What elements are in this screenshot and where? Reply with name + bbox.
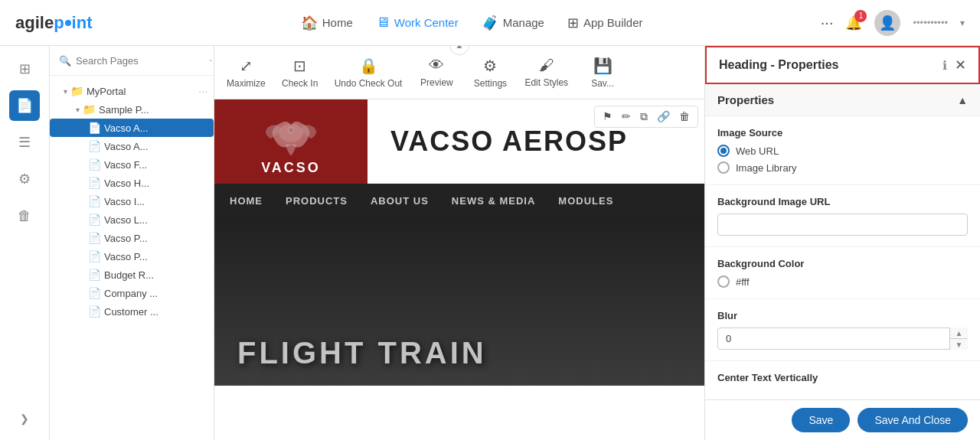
site-nav-home[interactable]: HOME — [230, 195, 263, 207]
site-hero-text: FLIGHT TRAIN — [237, 336, 487, 370]
nav-home[interactable]: 🏠 Home — [301, 15, 353, 31]
close-icon[interactable]: ✕ — [955, 57, 966, 73]
tree-node-myportal[interactable]: ▾ 📁 MyPortal ··· — [50, 82, 214, 100]
sidebar-item-pages[interactable]: 📄 — [9, 90, 40, 121]
heading-edit-icon[interactable]: ✏ — [619, 109, 634, 125]
tree-node-customer[interactable]: 📄 Customer ... — [50, 302, 214, 321]
right-panel-header: Heading - Properties ℹ ✕ — [705, 46, 980, 84]
bg-image-url-input[interactable] — [717, 213, 968, 236]
site-nav-aboutus[interactable]: ABOUT US — [371, 195, 429, 207]
bottom-bar: Save Save And Close — [705, 399, 980, 440]
main-layout: ⊞ 📄 ☰ ⚙ 🗑 ❯ 🔍 ··· ▾ 📁 MyPortal ··· ▾ 📁 S… — [0, 46, 980, 440]
tree-node-samplep[interactable]: ▾ 📁 Sample P... — [50, 100, 214, 119]
radio-imagelibrary-label: Image Library — [736, 162, 796, 174]
tree-node-vascoh[interactable]: 📄 Vacso H... — [50, 174, 214, 192]
site-nav-products[interactable]: PRODUCTS — [286, 195, 348, 207]
heading-link-icon[interactable]: ⚑ — [599, 109, 616, 125]
color-value: #fff — [736, 276, 750, 288]
tree-node-vacsoa1[interactable]: 📄 Vacso A... — [50, 119, 214, 137]
radio-imagelibrary[interactable]: Image Library — [717, 161, 968, 174]
properties-section: Properties ▲ Image Source Web URL Image … — [705, 84, 980, 399]
lock-icon: 🔒 — [359, 57, 378, 75]
sidebar-item-dashboard[interactable]: ⊞ — [9, 54, 40, 84]
edit-styles-button[interactable]: 🖌 Edit Styles — [524, 57, 568, 88]
nav-appbuilder[interactable]: ⊞ App Builder — [567, 15, 643, 31]
page-icon: 📄 — [88, 195, 101, 207]
chevron-down-icon: ▾ — [64, 87, 67, 96]
settings-button[interactable]: ⚙ Settings — [471, 57, 509, 89]
blur-input-row: ▲ ▼ — [717, 328, 968, 350]
nav-workcenter[interactable]: 🖥 Work Center — [376, 15, 459, 31]
more-button[interactable]: ··· — [821, 14, 834, 31]
maximize-button[interactable]: ⤢ Maximize — [227, 57, 266, 89]
tree-node-vascoi[interactable]: 📄 Vacso I... — [50, 192, 214, 210]
image-source-label: Image Source — [717, 127, 968, 139]
search-input[interactable] — [76, 55, 204, 67]
right-panel: Heading - Properties ℹ ✕ Properties ▲ Im… — [704, 46, 980, 440]
toolbar-collapse-button[interactable]: ▲ — [449, 46, 469, 55]
checkin-button[interactable]: ⊡ Check In — [281, 57, 319, 89]
tree-node-label: MyPortal — [87, 86, 126, 97]
page-icon: 📄 — [88, 158, 101, 171]
heading-delete-icon[interactable]: 🗑 — [676, 109, 693, 125]
nav-right: ··· 🔔 1 👤 •••••••••• ▾ — [821, 10, 965, 36]
tree-node-label: Vacso L... — [104, 214, 148, 226]
page-icon: 📄 — [88, 269, 101, 281]
save-icon: 💾 — [593, 57, 612, 75]
sidebar-item-trash[interactable]: 🗑 — [9, 200, 40, 231]
site-logo-text: VACSO — [261, 160, 321, 176]
node-more-icon[interactable]: ··· — [198, 85, 207, 97]
tree-node-vascof[interactable]: 📄 Vacso F... — [50, 155, 214, 174]
nav-manage[interactable]: 🧳 Manage — [482, 15, 544, 31]
blur-input[interactable] — [717, 328, 968, 350]
page-icon: 📄 — [88, 305, 101, 318]
info-icon[interactable]: ℹ — [942, 58, 947, 73]
tree-node-label: Vacso F... — [104, 159, 147, 171]
user-name: •••••••••• — [913, 17, 948, 28]
tree-node-vascol[interactable]: 📄 Vacso L... — [50, 210, 214, 229]
heading-copy-icon[interactable]: ⧉ — [637, 109, 651, 125]
tree-node-vacsoa2[interactable]: 📄 Vacso A... — [50, 137, 214, 155]
color-swatch[interactable] — [717, 275, 730, 288]
save-button[interactable]: Save — [792, 408, 850, 432]
blur-decrement-button[interactable]: ▼ — [950, 339, 968, 350]
avatar[interactable]: 👤 — [874, 10, 900, 36]
content-area: ▲ ⤢ Maximize ⊡ Check In 🔒 Undo Check Out… — [214, 46, 704, 440]
tree-node-label: Vacso P... — [104, 233, 148, 244]
tree-more-button[interactable]: ··· — [209, 54, 214, 67]
toolbar: ▲ ⤢ Maximize ⊡ Check In 🔒 Undo Check Out… — [214, 46, 704, 99]
tree-node-label: Company ... — [104, 288, 158, 299]
nav-home-label: Home — [322, 16, 353, 29]
heading-link2-icon[interactable]: 🔗 — [654, 109, 673, 125]
logo[interactable]: agilepint — [15, 13, 92, 33]
appbuilder-icon: ⊞ — [567, 15, 579, 31]
tree-node-budgetr[interactable]: 📄 Budget R... — [50, 266, 214, 284]
tree-node-vascop1[interactable]: 📄 Vacso P... — [50, 229, 214, 247]
save-and-close-button[interactable]: Save And Close — [858, 408, 968, 432]
svg-point-1 — [288, 127, 294, 133]
tree-node-label: Customer ... — [104, 306, 158, 318]
tree-node-vascop2[interactable]: 📄 Vacso P... — [50, 247, 214, 266]
bg-color-group: Background Color #fff — [705, 247, 980, 299]
page-tree-search-bar: 🔍 ··· — [50, 46, 214, 76]
folder-icon: 📁 — [70, 85, 83, 97]
blur-increment-button[interactable]: ▲ — [950, 328, 968, 339]
site-nav-newsmedia[interactable]: NEWS & MEDIA — [452, 195, 536, 207]
site-hero: FLIGHT TRAIN — [214, 217, 704, 386]
properties-collapse-icon[interactable]: ▲ — [957, 94, 968, 106]
site-nav-modules[interactable]: MODULES — [558, 195, 613, 207]
tree-node-label: Vacso P... — [104, 251, 148, 262]
radio-weburl-inner — [720, 148, 727, 154]
notification-button[interactable]: 🔔 1 — [845, 15, 862, 31]
user-menu-chevron[interactable]: ▾ — [960, 18, 965, 28]
sidebar-item-settings2[interactable]: ⚙ — [9, 164, 40, 194]
radio-weburl[interactable]: Web URL — [717, 145, 968, 157]
undo-checkout-button[interactable]: 🔒 Undo Check Out — [335, 57, 403, 89]
save-toolbar-button[interactable]: 💾 Sav... — [583, 57, 622, 89]
sidebar-expand-button[interactable]: ❯ — [20, 412, 29, 425]
radio-weburl-circle — [717, 145, 730, 157]
sidebar-item-list[interactable]: ☰ — [9, 127, 40, 158]
eye-icon: 👁 — [429, 57, 444, 74]
preview-button[interactable]: 👁 Preview — [417, 57, 456, 88]
tree-node-company[interactable]: 📄 Company ... — [50, 284, 214, 302]
